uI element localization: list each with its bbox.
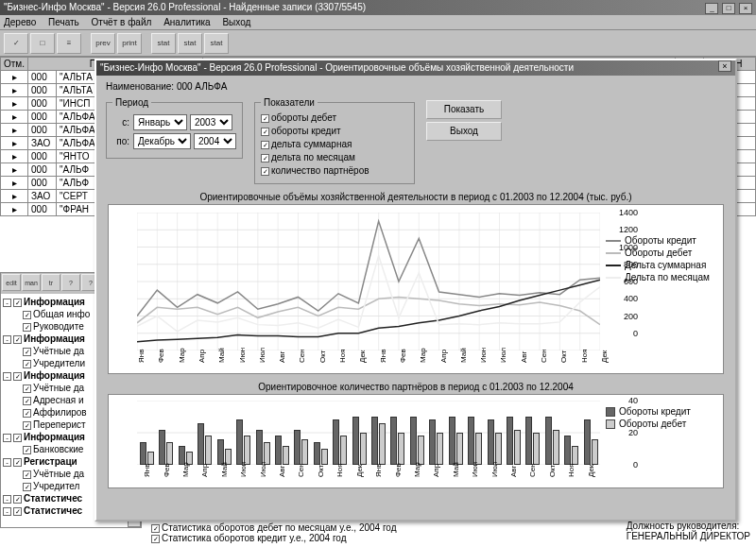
tb-prev-icon[interactable]: prev	[91, 33, 115, 54]
close-icon[interactable]: ×	[739, 3, 752, 14]
chart2: Обороты кредитОбороты дебет 02040ЯнвФевМ…	[108, 394, 724, 488]
chart1: Обороты кредитОбороты дебетДельта суммар…	[108, 204, 724, 374]
menu-tree[interactable]: Дерево	[4, 17, 36, 27]
indicator-checkbox[interactable]: ✓количество партнёров	[261, 164, 408, 178]
footer-stats: ✓Статистика оборотов дебет по месяцам у.…	[151, 522, 397, 543]
toolbar: ✓ □ ≡ prev print stat stat stat	[0, 30, 756, 57]
window-controls: _ □ ×	[704, 0, 752, 15]
menu-print[interactable]: Печать	[48, 17, 79, 27]
tb-stat2-icon[interactable]: stat	[178, 33, 202, 54]
from-month-select[interactable]: Январь	[133, 114, 187, 130]
tb-print-icon[interactable]: print	[117, 33, 142, 54]
main-title-bar: "Бизнес-Инфо Москва" - Версия 26.0 Profe…	[0, 0, 756, 15]
tb-stat3-icon[interactable]: stat	[204, 33, 229, 54]
name-row: Наименование: 000 АЛЬФА	[106, 81, 726, 92]
menu-bar: Дерево Печать Отчёт в файл Аналитика Вых…	[0, 15, 756, 30]
tree-a-icon[interactable]: ?	[61, 274, 80, 291]
tb-check-icon[interactable]: ✓	[4, 33, 28, 54]
tb-list-icon[interactable]: ≡	[57, 33, 81, 54]
indicator-checkbox[interactable]: ✓дельта по месяцам	[261, 151, 408, 164]
manager-info: Должность руководителя: ГЕНЕРАЛЬНЫЙ ДИРЕ…	[627, 521, 750, 541]
maximize-icon[interactable]: □	[722, 3, 735, 14]
col-mark[interactable]: Отм.	[1, 58, 28, 71]
dialog-title: "Бизнес-Инфо Москва" - Версия 26.0 Profe…	[100, 60, 574, 76]
exit-button[interactable]: Выход	[426, 122, 502, 141]
activity-dialog: "Бизнес-Инфо Москва" - Версия 26.0 Profe…	[94, 59, 737, 521]
dialog-title-bar: "Бизнес-Инфо Москва" - Версия 26.0 Profe…	[96, 60, 735, 76]
tree-tr-icon[interactable]: tr	[42, 274, 60, 291]
tree-man-icon[interactable]: man	[22, 274, 41, 291]
company-name: 000 АЛЬФА	[177, 81, 228, 92]
menu-analytics[interactable]: Аналитика	[163, 17, 211, 27]
app-title: "Бизнес-Инфо Москва" - Версия 26.0 Profe…	[4, 0, 366, 15]
to-year-select[interactable]: 2004	[194, 133, 236, 149]
indicators-fieldset: Показатели ✓обороты дебет✓обороты кредит…	[254, 97, 415, 184]
dialog-buttons: Показать Выход	[426, 97, 502, 144]
chart1-title: Ориентировочные объёмы хозяйственной дея…	[106, 192, 726, 202]
chart2-legend: Обороты кредитОбороты дебет	[606, 404, 719, 431]
period-fieldset: Период с: Январь 2003 по: Декабрь 2004	[106, 97, 243, 159]
menu-exit[interactable]: Выход	[222, 17, 250, 27]
tb-box-icon[interactable]: □	[30, 33, 55, 54]
indicator-checkbox[interactable]: ✓дельта суммарная	[261, 138, 408, 151]
chart2-title: Ориентировочное количество партнёров в п…	[106, 382, 726, 392]
show-button[interactable]: Показать	[426, 100, 502, 119]
tb-stat1-icon[interactable]: stat	[151, 33, 176, 54]
indicator-checkbox[interactable]: ✓обороты кредит	[261, 125, 408, 138]
menu-report[interactable]: Отчёт в файл	[92, 17, 152, 27]
indicator-checkbox[interactable]: ✓обороты дебет	[261, 111, 408, 125]
from-year-select[interactable]: 2003	[190, 114, 232, 130]
minimize-icon[interactable]: _	[705, 3, 718, 14]
to-month-select[interactable]: Декабрь	[133, 133, 191, 149]
tree-edit-icon[interactable]: edit	[2, 274, 21, 291]
dialog-close-icon[interactable]: ×	[718, 60, 731, 72]
